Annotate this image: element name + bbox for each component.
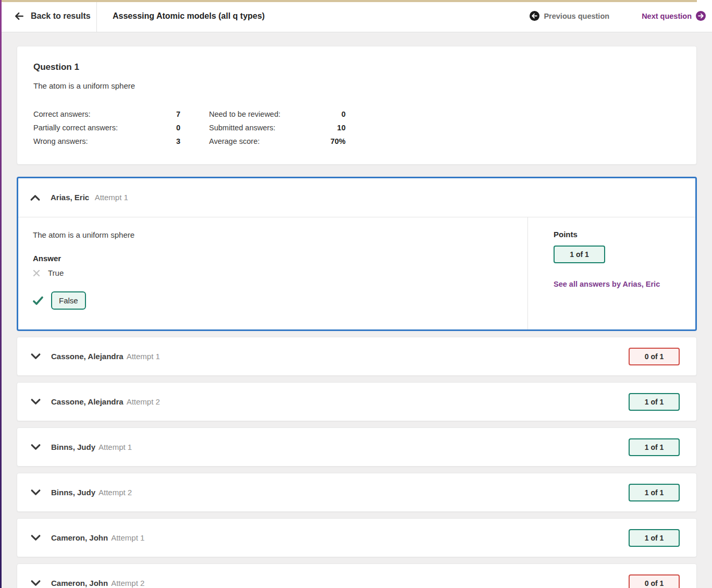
expanded-student-card: Arias, Eric Attempt 1 The atom is a unif… (17, 177, 697, 331)
attempt-label: Attempt 1 (111, 533, 144, 542)
chevron-down-icon (29, 577, 42, 588)
attempt-label: Attempt 2 (111, 579, 144, 587)
question-summary-card: Question 1 The atom is a uniform sphere … (17, 46, 697, 165)
stats-column-left: Correct answers:7Partially correct answe… (33, 110, 180, 145)
student-name: Arias, Eric (51, 193, 89, 202)
score-badge: 0 of 1 (629, 574, 680, 588)
stat-row: Wrong answers:3 (33, 137, 180, 145)
stat-label: Partially correct answers: (33, 124, 118, 132)
question-heading: Question 1 (33, 62, 680, 72)
attempt-label: Attempt 2 (99, 488, 132, 497)
back-to-results-link[interactable]: Back to results (2, 0, 97, 32)
see-all-answers-link[interactable]: See all answers by Arias, Eric (554, 280, 660, 288)
student-name-wrap: Cassone, AlejandraAttempt 2 (51, 397, 160, 407)
chevron-down-icon (29, 350, 42, 363)
circle-arrow-left-icon (530, 11, 539, 21)
option-label-true: True (48, 268, 64, 277)
stat-label: Correct answers: (33, 110, 91, 118)
stat-label: Wrong answers: (33, 137, 88, 145)
student-attempt-row[interactable]: Cassone, AlejandraAttempt 21 of 1 (17, 382, 697, 421)
expanded-student-body: The atom is a uniform sphere Answer True… (18, 217, 695, 329)
stat-row: Correct answers:7 (33, 110, 180, 118)
student-name-wrap: Binns, JudyAttempt 1 (51, 443, 132, 452)
points-pane: Points 1 of 1 See all answers by Arias, … (527, 217, 695, 329)
left-accent-bar (0, 0, 2, 588)
score-badge: 0 of 1 (629, 348, 680, 365)
student-name: Cameron, John (51, 579, 108, 587)
topbar: Back to results Assessing Atomic models … (2, 0, 712, 32)
student-name: Binns, Judy (51, 443, 95, 451)
answer-option-wrong: True (33, 268, 517, 277)
previous-question-button[interactable]: Previous question (530, 11, 609, 21)
student-attempt-row[interactable]: Binns, JudyAttempt 11 of 1 (17, 427, 697, 467)
student-name-wrap: Binns, JudyAttempt 2 (51, 488, 132, 497)
student-attempt-row[interactable]: Binns, JudyAttempt 21 of 1 (17, 473, 697, 512)
answer-question-text: The atom is a uniform sphere (33, 230, 517, 239)
attempt-label: Attempt 1 (95, 193, 128, 202)
x-mark-icon (33, 270, 40, 277)
stat-value: 0 (176, 124, 180, 132)
stat-label: Submitted answers: (209, 124, 275, 132)
score-badge: 1 of 1 (629, 529, 680, 547)
student-name-wrap: Cameron, JohnAttempt 1 (51, 533, 144, 543)
score-badge: 1 of 1 (629, 484, 680, 501)
stat-row: Average score:70% (209, 137, 346, 145)
stat-label: Average score: (209, 137, 260, 145)
student-name: Cassone, Alejandra (51, 397, 124, 406)
answer-option-correct: False (33, 291, 517, 310)
student-name-wrap: Arias, Eric Attempt 1 (51, 193, 128, 202)
student-attempt-row[interactable]: Cassone, AlejandraAttempt 10 of 1 (17, 337, 697, 376)
student-name: Cameron, John (51, 533, 108, 542)
chevron-down-icon (29, 395, 42, 408)
question-text: The atom is a uniform sphere (33, 81, 680, 90)
page-title: Assessing Atomic models (all q types) (113, 11, 265, 21)
student-name-wrap: Cameron, JohnAttempt 2 (51, 579, 144, 588)
next-question-button[interactable]: Next question (642, 11, 706, 21)
arrow-left-icon (14, 11, 24, 21)
chevron-down-icon (29, 531, 42, 544)
score-badge: 1 of 1 (629, 438, 680, 456)
student-name: Cassone, Alejandra (51, 352, 124, 361)
answer-pane: The atom is a uniform sphere Answer True… (18, 217, 527, 329)
stat-value: 3 (176, 137, 180, 145)
stat-label: Need to be reviewed: (209, 110, 280, 118)
check-mark-icon (33, 296, 43, 305)
attempt-label: Attempt 1 (99, 443, 132, 451)
option-chip-false: False (51, 291, 86, 310)
stat-value: 7 (176, 110, 180, 118)
stat-row: Need to be reviewed:0 (209, 110, 346, 118)
circle-arrow-right-icon (696, 11, 706, 21)
answer-heading: Answer (33, 254, 517, 263)
chevron-up-icon (29, 191, 42, 204)
next-question-label: Next question (642, 12, 692, 20)
student-attempt-row[interactable]: Cameron, JohnAttempt 20 of 1 (17, 564, 697, 588)
stats-column-right: Need to be reviewed:0Submitted answers:1… (209, 110, 346, 145)
stat-row: Partially correct answers:0 (33, 124, 180, 132)
student-attempt-list: Cassone, AlejandraAttempt 10 of 1Cassone… (17, 337, 697, 588)
points-badge: 1 of 1 (554, 246, 605, 263)
previous-question-label: Previous question (544, 12, 609, 20)
stat-value: 10 (337, 124, 346, 132)
stat-value: 0 (341, 110, 346, 118)
stat-value: 70% (330, 137, 346, 145)
student-attempt-row[interactable]: Cameron, JohnAttempt 11 of 1 (17, 518, 697, 557)
results-content: Question 1 The atom is a uniform sphere … (2, 32, 712, 588)
question-nav: Previous question Next question (530, 11, 712, 21)
chevron-down-icon (29, 486, 42, 499)
question-stats: Correct answers:7Partially correct answe… (33, 110, 680, 145)
attempt-label: Attempt 2 (127, 397, 160, 406)
top-accent-bar (2, 0, 697, 2)
student-name: Binns, Judy (51, 488, 95, 497)
score-badge: 1 of 1 (629, 393, 680, 411)
chevron-down-icon (29, 440, 42, 454)
back-label: Back to results (31, 11, 91, 21)
student-name-wrap: Cassone, AlejandraAttempt 1 (51, 352, 160, 361)
expanded-student-header[interactable]: Arias, Eric Attempt 1 (18, 178, 695, 217)
stat-row: Submitted answers:10 (209, 124, 346, 132)
points-heading: Points (554, 230, 695, 239)
attempt-label: Attempt 1 (127, 352, 160, 361)
